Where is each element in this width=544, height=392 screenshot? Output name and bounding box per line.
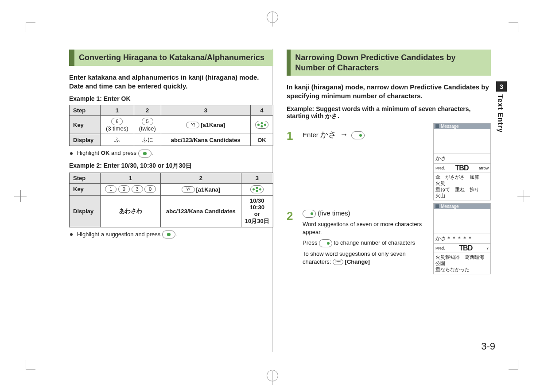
step-1-number: 1	[287, 129, 297, 143]
step-2-sub1: Word suggestions of seven or more charac…	[303, 220, 429, 236]
softkey-y-label: [a1Kana]	[201, 122, 225, 128]
shot2-candidates: 火災報知器 葛西臨海公園 重ならなかった	[434, 253, 490, 274]
t1-head-4: 4	[250, 105, 273, 116]
example1-label: Example 1: Enter OK	[69, 95, 273, 102]
shot2-titlebar: Message	[434, 204, 490, 209]
t2-key-label: Key	[70, 183, 101, 195]
multi-selector-icon-2	[250, 185, 264, 193]
example2-table: Step 1 2 3 Key 1 0 3 0 Y! [a1Kana]	[69, 173, 273, 227]
section-header-left: Converting Hiragana to Katakana/Alphanum…	[69, 50, 273, 66]
t1-key-1-sub: (3 times)	[106, 125, 128, 132]
phone-screenshot-1: Message かさ Pred. TBD arrow 傘 がさがさ 加算 火災 …	[433, 123, 491, 200]
keycap-6: 6	[111, 118, 123, 125]
step-1: 1 Enter かさ →	[287, 129, 429, 143]
t2-disp-3-text: 10/30 10:30 or 10月30日	[245, 197, 269, 224]
keycap-0a: 0	[118, 185, 130, 193]
multi-selector-icon	[255, 121, 268, 129]
keycap-3: 3	[132, 185, 143, 193]
step-1-kana: かさ	[320, 130, 336, 139]
t2-head-step: Step	[70, 173, 101, 183]
step-2-b1-tail: to change number of characters	[334, 239, 415, 246]
ex2-bullet: Highlight a suggestion and press .	[70, 230, 273, 239]
keycap-1: 1	[105, 185, 117, 193]
shot1-pred-l: Pred.	[435, 166, 445, 170]
t1-key-2-sub: (twice)	[139, 125, 156, 132]
section-header-right: Narrowing Down Predictive Candidates by …	[287, 50, 491, 76]
t1-disp-2: ふに	[134, 134, 161, 146]
softkey-y-2: Y!	[182, 186, 195, 193]
app-icon	[435, 124, 439, 128]
chapter-number: 3	[496, 81, 507, 92]
step-2: 2 (five times) Word suggestions of seven…	[287, 209, 429, 266]
t1-disp-label: Display	[70, 134, 101, 146]
t1-disp-3-text: abc/123/Kana Candidates	[171, 137, 241, 143]
chapter-label: Text Entry	[496, 94, 504, 133]
app-icon-2	[435, 204, 439, 208]
t1-head-1: 1	[101, 105, 134, 116]
corner-top-right	[509, 22, 518, 32]
shot1-pred-c: TBD	[455, 164, 469, 172]
shot1-titlebar: Message	[434, 123, 490, 129]
shot2-title: Message	[441, 204, 459, 209]
arrow-icon: →	[340, 130, 348, 139]
t2-disp-2: abc/123/Kana Candidates	[161, 195, 241, 227]
corner-bottom-left	[26, 360, 35, 370]
t1-key-2: 5 (twice)	[134, 116, 161, 134]
shot1-pred-row: Pred. TBD arrow	[434, 164, 490, 173]
right-intro: In kanji (hiragana) mode, narrow down Pr…	[287, 83, 491, 101]
t2-head-1: 1	[101, 173, 161, 183]
phone-screenshot-2: Message かさ＊＊＊＊＊ Pred. TBD 7 火災報知器 葛西臨海公園…	[433, 203, 491, 274]
softkey-y: Y!	[186, 122, 199, 128]
center-key-icon	[138, 150, 152, 158]
right-column: Narrowing Down Predictive Candidates by …	[287, 50, 491, 352]
shot2-pred-r: 7	[486, 246, 489, 250]
corner-bottom-right	[509, 360, 518, 370]
t1-disp-4-text: OK	[257, 137, 266, 143]
section-title-right: Narrowing Down Predictive Candidates by …	[291, 50, 491, 76]
t2-key-1: 1 0 3 0	[101, 183, 161, 195]
step-1-text-a: Enter	[303, 131, 320, 138]
left-intro: Enter katakana and alphanumerics in kanj…	[69, 73, 273, 91]
shot1-textarea	[434, 129, 490, 154]
ex1-bullet-b: OK	[101, 150, 110, 156]
page-number: 3-9	[481, 341, 495, 352]
left-column: Converting Hiragana to Katakana/Alphanum…	[69, 50, 273, 352]
t2-key-3	[241, 183, 273, 195]
step-2-number: 2	[287, 209, 297, 223]
right-key-icon-2	[303, 210, 316, 218]
step-2-b2-key: [Change]	[345, 258, 370, 265]
ex1-bullet-c: and press	[109, 150, 138, 156]
softkey-y-2-label: [a1Kana]	[196, 186, 221, 193]
header-accent-bar-2	[287, 50, 291, 76]
bullet-dot-icon	[70, 152, 73, 155]
step-2-main: (five times)	[318, 209, 350, 217]
t1-key-3: Y! [a1Kana]	[161, 116, 250, 134]
shot1-input: かさ	[434, 154, 490, 164]
bullet-dot-icon-2	[70, 233, 73, 236]
shot2-input: かさ＊＊＊＊＊	[434, 234, 490, 244]
side-tab: 3 Text Entry	[496, 81, 507, 133]
t2-head-3: 3	[241, 173, 273, 183]
right-key-icon-3	[319, 239, 332, 247]
t2-disp-1: あわさわ	[101, 195, 161, 227]
ex1-bullet: Highlight OK and press .	[70, 149, 273, 158]
shot1-cand1: 傘 がさがさ 加算 火災	[435, 174, 489, 187]
step-2-bullet2: To show word suggestions of only seven c…	[303, 250, 429, 266]
t1-disp-1: ふ	[101, 134, 134, 146]
t1-head-step: Step	[70, 105, 101, 116]
t2-disp-2-text: abc/123/Kana Candidates	[166, 208, 236, 215]
shot1-candidates: 傘 がさがさ 加算 火災 重ねて 重ね 飾り 火山	[434, 173, 490, 200]
shot2-cand2: 重ならなかった	[435, 266, 489, 273]
shot2-pred-row: Pred. TBD 7	[434, 244, 490, 253]
shot1-cand2: 重ねて 重ね 飾り 火山	[435, 186, 489, 199]
step-1-body: Enter かさ →	[303, 129, 429, 140]
corner-top-left	[26, 22, 35, 32]
header-accent-bar	[69, 50, 74, 66]
keycap-5: 5	[142, 118, 153, 125]
example2-label: Example 2: Enter 10/30, 10:30 or 10月30日	[69, 162, 273, 170]
shot2-pred-l: Pred.	[435, 246, 445, 250]
t1-key-label: Key	[70, 116, 101, 134]
ex1-bullet-a: Highlight	[77, 150, 101, 156]
keycap-0b: 0	[144, 185, 156, 193]
shot2-cand1: 火災報知器 葛西臨海公園	[435, 254, 489, 267]
